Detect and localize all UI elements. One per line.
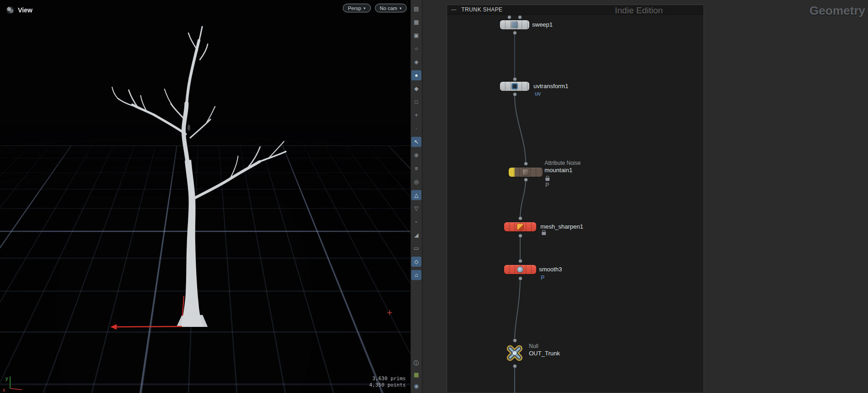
node-label-sweep1[interactable]: sweep1 [532,20,553,29]
axis-y-label: y [6,376,8,381]
divider-dot-icon[interactable]: · [411,124,421,134]
node-input-connector[interactable] [513,339,516,342]
x-axis-handle [110,296,184,330]
home-view-icon[interactable]: ⌂ [411,270,421,280]
camera-persp-dropdown[interactable]: Persp ▾ [343,4,370,12]
tree-model[interactable]: y x [0,0,410,393]
node-output-connector[interactable] [524,178,528,181]
attribute-noise-node-icon [523,169,529,175]
scene-viewport[interactable]: y x View Persp ▾ No cam ▾ 3,630 prims 4,… [0,0,410,393]
houdini-window: y x View Persp ▾ No cam ▾ 3,630 prims 4,… [0,0,868,393]
node-output-connector[interactable] [513,31,516,34]
pivot-marker [387,310,392,315]
node-output-connector[interactable] [513,365,516,368]
node-label-mesh-sharpen1[interactable]: mesh_sharpen1 [540,222,583,231]
mesh-sharpen-node-icon [517,224,523,230]
network-editor[interactable]: — TRUNK SHAPE Indie Edition Geometry [423,0,868,393]
chevron-down-icon: ▾ [363,6,366,11]
box-select-icon[interactable]: □ [411,97,421,107]
node-label-smooth3[interactable]: smooth3 [539,265,562,274]
node-input-connector[interactable] [519,217,522,220]
node-label-mountain1[interactable]: mountain1 [545,166,573,175]
node-input-connector[interactable] [518,16,522,19]
pane-menu-icon[interactable] [6,6,14,14]
node-uvtransform1[interactable] [500,82,529,91]
info-icon[interactable]: ⓘ [411,358,421,368]
node-input-connector[interactable] [508,16,511,19]
snap-grid-icon[interactable]: ▦ [411,17,421,27]
radial-menu-icon[interactable]: ○ [411,44,421,54]
node-mesh-sharpen1[interactable] [504,222,536,231]
stats-prims: 3,630 prims [369,376,406,382]
select-arrow-icon[interactable]: ↖ [411,137,421,147]
geometry-stats: 3,630 prims 4,350 points [369,376,406,388]
node-smooth3[interactable] [504,265,536,274]
node-input-connector[interactable] [513,78,516,81]
corner-pin-icon[interactable]: ◢ [411,230,421,240]
handle-list-icon[interactable]: ≡ [411,163,421,174]
snapshot-icon[interactable]: ◉ [411,381,421,391]
lock-icon [542,232,546,235]
axis-gizmo: y x [3,376,22,393]
smooth-node-icon [517,267,523,273]
lock-icon[interactable]: ▣ [411,30,421,40]
node-mountain1[interactable] [509,168,543,177]
node-sweep1[interactable] [500,20,529,29]
scale-tool-icon[interactable]: △ [411,190,421,200]
sweep-node-icon [512,22,518,28]
node-label-out-trunk[interactable]: OUT_Trunk [529,349,560,358]
network-box-header[interactable]: — TRUNK SHAPE [447,5,703,15]
small-grid-icon[interactable]: ▫ [411,217,421,227]
node-input-connector[interactable] [519,259,522,263]
node-label-uvtransform1[interactable]: uvtransform1 [533,82,568,91]
move-tool-icon[interactable]: + [411,110,421,120]
left-toolbar: ▤▦▣○◈●◆□+·↖⊕≡◎△▽▫◢▭◇⌂ⓘ▦◉ [410,0,422,393]
falloff-icon[interactable]: ▽ [411,203,421,213]
persp-label: Persp [348,6,361,11]
node-output-connector[interactable] [519,277,522,280]
node-output-connector[interactable] [513,93,516,96]
collapse-icon[interactable]: — [451,7,457,13]
pane-title: View [18,6,33,14]
network-box-trunk-shape[interactable]: — TRUNK SHAPE [447,5,704,393]
cook-mode-icon[interactable]: ▦ [411,370,421,380]
flatten-icon[interactable]: ▭ [411,243,421,253]
node-output-tag-p: P [545,182,549,189]
network-context-label: Geometry [810,4,865,18]
uvtransform-node-icon [512,84,518,90]
node-output-connector[interactable] [519,234,522,237]
node-out-trunk[interactable] [504,342,526,364]
network-box-title: TRUNK SHAPE [461,6,503,13]
node-output-tag-uv: uv [535,90,541,97]
axis-x-label: x [3,387,6,393]
node-input-connector[interactable] [524,162,528,165]
display-options-icon[interactable]: ◈ [411,57,421,67]
lock-icon [545,178,550,181]
soft-select-icon[interactable]: ◇ [411,257,421,267]
camera-select-dropdown[interactable]: No cam ▾ [375,4,407,12]
select-geometry-icon[interactable]: ◆ [411,84,421,94]
pane-layout-icon[interactable]: ▤ [411,4,421,14]
chevron-down-icon: ▾ [399,6,402,11]
translate-handle-icon[interactable]: ⊕ [411,150,421,160]
no-cam-label: No cam [380,6,397,11]
rotate-tool-icon[interactable]: ◎ [411,177,421,187]
node-output-tag-p: P [541,275,545,281]
stats-points: 4,350 points [369,382,406,388]
toolbar-bottom-group: ⓘ▦◉ [411,358,422,391]
view-tool-icon[interactable]: ● [411,70,421,80]
